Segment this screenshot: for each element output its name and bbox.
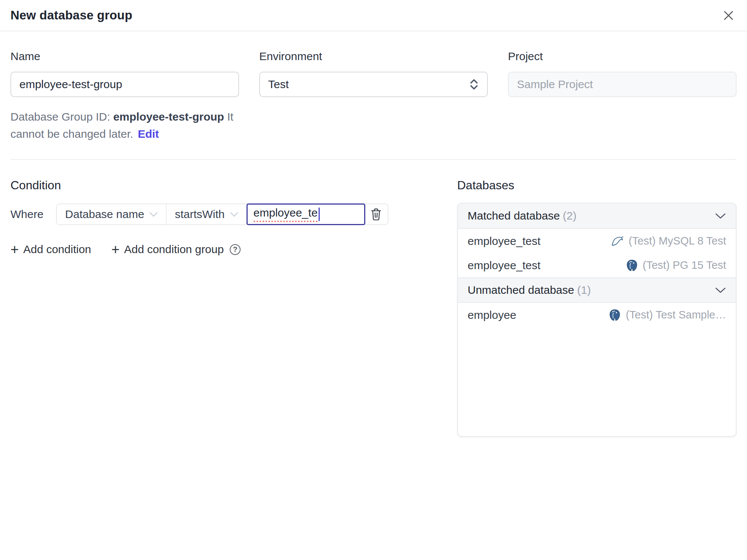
database-row[interactable]: employee_test (Test) MySQL 8 Test <box>458 229 736 253</box>
chevron-down-icon <box>715 287 726 293</box>
chevron-down-icon <box>149 212 158 217</box>
databases-heading: Databases <box>457 178 737 192</box>
matched-database-title: Matched database(2) <box>468 209 577 222</box>
chevron-down-icon <box>230 212 238 217</box>
condition-section: Condition Where Database name startsWith <box>10 178 440 256</box>
delete-condition-button[interactable] <box>365 204 388 224</box>
postgres-icon <box>608 309 621 321</box>
condition-operator-value: startsWith <box>175 208 224 221</box>
condition-row: Where Database name startsWith <box>10 203 440 225</box>
section-divider <box>10 159 737 160</box>
mysql-icon <box>611 235 624 247</box>
name-field-group: Name Database Group ID: employee-test-gr… <box>10 50 239 143</box>
add-condition-button[interactable]: + Add condition <box>10 243 91 256</box>
environment-selected-value: Test <box>268 78 289 91</box>
plus-icon: + <box>111 244 120 255</box>
unmatched-database-header[interactable]: Unmatched database(1) <box>458 277 736 303</box>
matched-database-header[interactable]: Matched database(2) <box>458 203 736 229</box>
group-id-value: employee-test-group <box>113 111 224 123</box>
text-cursor <box>319 208 320 221</box>
condition-group: Database name startsWith <box>56 203 388 225</box>
database-name: employee_test <box>468 235 540 248</box>
add-condition-label: Add condition <box>23 243 91 256</box>
where-label: Where <box>10 208 43 221</box>
add-condition-group-label: Add condition group <box>124 243 224 256</box>
group-id-helper: Database Group ID: employee-test-group I… <box>10 108 239 143</box>
name-label: Name <box>10 50 239 63</box>
plus-icon: + <box>10 244 19 255</box>
edit-link[interactable]: Edit <box>138 128 159 140</box>
project-input: Sample Project <box>508 72 737 97</box>
trash-icon <box>370 208 382 221</box>
condition-heading: Condition <box>10 178 440 192</box>
project-field-group: Project Sample Project <box>508 50 737 143</box>
databases-panel: Matched database(2) employee_test <box>457 203 737 437</box>
database-name: employee_test <box>468 259 540 272</box>
matched-database-count: (2) <box>563 209 577 222</box>
close-icon <box>723 10 734 21</box>
condition-field-select[interactable]: Database name <box>57 204 167 224</box>
databases-section: Databases Matched database(2) employee_t… <box>457 178 737 437</box>
database-instance: (Test) PG 15 Test <box>626 259 726 272</box>
chevron-down-icon <box>715 213 726 219</box>
database-instance-label: (Test) PG 15 Test <box>643 259 726 271</box>
database-row[interactable]: employee (Test) Test Sample… <box>458 303 736 327</box>
form-row: Name Database Group ID: employee-test-gr… <box>10 50 737 143</box>
name-input[interactable] <box>10 72 239 97</box>
dialog-body: Name Database Group ID: employee-test-gr… <box>0 50 747 437</box>
database-name: employee <box>468 309 516 321</box>
condition-value-text: employee_te <box>254 206 318 222</box>
condition-value-input[interactable]: employee_te <box>247 203 365 225</box>
database-instance-label: (Test) Test Sample… <box>626 309 726 321</box>
condition-operator-select[interactable]: startsWith <box>167 204 247 224</box>
environment-label: Environment <box>259 50 488 63</box>
environment-field-group: Environment Test <box>259 50 488 143</box>
dialog-header: New database group <box>0 0 747 31</box>
postgres-icon <box>626 259 638 272</box>
database-row[interactable]: employee_test (Test) PG 15 Test <box>458 253 736 277</box>
help-icon[interactable]: ? <box>230 244 241 255</box>
group-id-prefix: Database Group ID: <box>10 111 113 123</box>
close-button[interactable] <box>721 8 736 23</box>
project-value: Sample Project <box>517 78 593 91</box>
add-condition-group-button[interactable]: + Add condition group <box>111 243 224 256</box>
database-instance: (Test) MySQL 8 Test <box>611 235 726 247</box>
database-instance-label: (Test) MySQL 8 Test <box>629 235 726 247</box>
unmatched-database-title: Unmatched database(1) <box>468 284 591 296</box>
unmatched-database-count: (1) <box>577 284 591 296</box>
select-updown-icon <box>469 78 479 91</box>
condition-actions: + Add condition + Add condition group ? <box>10 243 440 256</box>
page-title: New database group <box>10 8 132 22</box>
environment-select[interactable]: Test <box>259 72 488 97</box>
database-instance: (Test) Test Sample… <box>608 309 726 321</box>
condition-field-value: Database name <box>65 208 144 221</box>
project-label: Project <box>508 50 737 63</box>
